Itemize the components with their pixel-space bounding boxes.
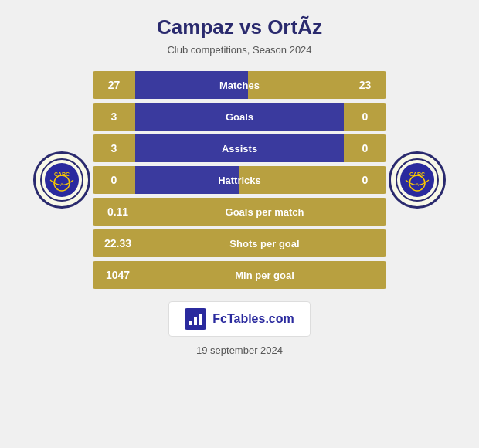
right-team-crest-icon: CARC A (395, 158, 440, 202)
stat-left-value: 27 (93, 79, 135, 91)
fctables-badge-area: FcTables.com (0, 301, 479, 337)
left-team-logo: CARC A (31, 149, 93, 211)
svg-rect-12 (199, 314, 202, 325)
stat-bar-area: Hattricks (135, 166, 344, 194)
stat-label: Goals (135, 111, 344, 123)
stat-label: Matches (135, 80, 344, 91)
stat-row-single: 0.11 Goals per match (93, 198, 386, 226)
fctables-badge: FcTables.com (168, 301, 311, 337)
stat-row: 0 Hattricks 0 (93, 166, 386, 194)
svg-rect-10 (189, 321, 192, 325)
stat-row: 27 Matches 23 (93, 71, 386, 99)
right-logo-circle: CARC A (389, 151, 446, 209)
page-wrapper: Campaz vs OrtÃz Club competitions, Seaso… (0, 0, 479, 448)
stat-row: 3 Goals 0 (93, 103, 386, 131)
stat-row: 3 Assists 0 (93, 134, 386, 162)
svg-point-6 (400, 163, 434, 197)
stat-single-label: Goals per match (143, 206, 386, 218)
stat-right-value: 0 (344, 174, 386, 186)
fctables-icon (185, 308, 206, 330)
stat-single-label: Min per goal (143, 270, 386, 281)
stat-single-value: 22.33 (93, 237, 143, 249)
stat-bar-area: Matches (135, 71, 344, 99)
stat-row-single: 1047 Min per goal (93, 261, 386, 289)
chart-icon (188, 311, 203, 327)
stat-label: Assists (135, 143, 344, 154)
stat-right-value: 23 (344, 79, 386, 91)
stat-left-value: 3 (93, 110, 135, 123)
stat-bar-area: Goals (135, 103, 344, 131)
stat-bar-area: Assists (135, 134, 344, 162)
svg-point-1 (45, 163, 79, 197)
svg-text:CARC: CARC (409, 171, 425, 177)
stat-right-value: 0 (344, 142, 386, 154)
stat-left-value: 3 (93, 142, 135, 154)
stat-left-value: 0 (93, 174, 135, 186)
fctables-label: FcTables.com (212, 312, 294, 326)
svg-text:CARC: CARC (54, 171, 70, 177)
stat-single-value: 0.11 (93, 205, 143, 218)
left-logo-circle: CARC A (33, 151, 90, 209)
page-title: Campaz vs OrtÃz (157, 15, 322, 39)
stat-row-single: 22.33 Shots per goal (93, 229, 386, 257)
svg-rect-11 (194, 317, 197, 325)
right-team-logo: CARC A (386, 149, 448, 211)
stat-right-value: 0 (344, 110, 386, 123)
stat-label: Hattricks (135, 175, 344, 186)
page-subtitle: Club competitions, Season 2024 (167, 44, 311, 56)
stat-single-value: 1047 (93, 269, 143, 281)
comparison-area: CARC A 27 Matches 23 3 Goals (8, 71, 471, 289)
left-team-crest-icon: CARC A (39, 158, 84, 202)
date-label: 19 september 2024 (196, 344, 283, 356)
stats-column: 27 Matches 23 3 Goals 0 3 Assists (93, 71, 386, 289)
stat-single-label: Shots per goal (143, 238, 386, 249)
